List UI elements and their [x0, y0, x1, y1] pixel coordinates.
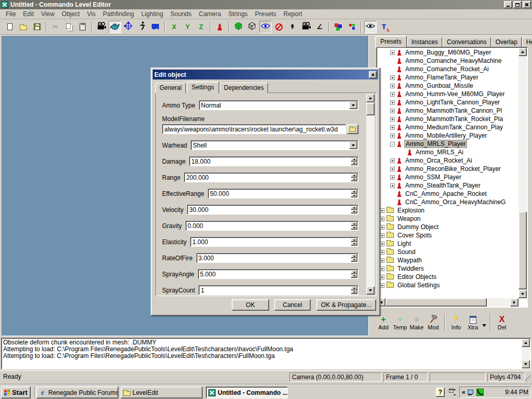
tree-expander[interactable]: +	[380, 208, 384, 213]
tree-item-label[interactable]: Ammo_MammothTank_Rocket_Pla	[404, 115, 504, 123]
gravity-spin-up[interactable]	[351, 222, 357, 226]
rate-of-fire-spin-down[interactable]	[351, 258, 357, 262]
cut-button[interactable]: ✂	[49, 21, 62, 33]
range-spin-up[interactable]	[351, 174, 357, 178]
range-spinner[interactable]	[351, 174, 357, 181]
dialog-tab-general[interactable]: General	[155, 83, 186, 93]
vis-camera-button[interactable]	[259, 21, 272, 33]
log-scrollbar[interactable]	[522, 339, 530, 368]
menu-strings[interactable]: Strings	[224, 9, 251, 19]
tree-row[interactable]: Ammo_Comanche_HeavyMachine	[378, 57, 518, 65]
dialog-scrollbar[interactable]	[366, 94, 375, 295]
tree-expander[interactable]: +	[390, 100, 395, 105]
model-filename-browse-button[interactable]	[347, 124, 358, 134]
info-button[interactable]: ?Info	[448, 312, 464, 334]
menu-presets[interactable]: Presets	[251, 9, 280, 19]
tree-row[interactable]: +Ammo_MobileArtillery_Player	[378, 131, 518, 140]
scroll-right-button[interactable]	[510, 298, 518, 307]
maximize-button[interactable]	[513, 1, 522, 8]
tree-item-label[interactable]: Ammo_LightTank_Cannon_Player	[404, 99, 501, 106]
angle-tool-button[interactable]: ∠	[313, 21, 326, 33]
tree-item-label[interactable]: Ammo_Buggy_M60MG_Player	[404, 49, 492, 56]
network-computer-icon[interactable]	[468, 390, 474, 395]
tree-row[interactable]: -Ammo_MRLS_Player	[378, 140, 518, 148]
tree-row[interactable]: +Ammo_Gunboat_Missile	[378, 82, 518, 90]
tree-row[interactable]: CnC_Ammo_Apache_Rocket	[378, 190, 518, 198]
elasticity-input[interactable]: 1.000	[190, 237, 358, 247]
dialog-title-bar[interactable]: Edit object	[153, 70, 378, 79]
start-button[interactable]: Start	[1, 387, 31, 398]
damage-spinner[interactable]	[351, 157, 357, 165]
tree-item-label[interactable]: Ammo_StealthTank_Player	[404, 182, 482, 189]
elasticity-spin-down[interactable]	[351, 242, 357, 246]
tree-item-label[interactable]: Ammo_Comanche_HeavyMachine	[404, 57, 502, 64]
tree-row[interactable]: +Ammo_MediumTank_Cannon_Play	[378, 123, 518, 131]
close-button[interactable]	[523, 1, 531, 8]
effective-range-spinner[interactable]	[351, 190, 357, 197]
dialog-tab-dependencies[interactable]: Dependencies	[220, 83, 268, 93]
tree-expander[interactable]: +	[380, 250, 384, 255]
tab-conversations[interactable]: Conversations	[443, 37, 491, 47]
render-teapot-button[interactable]	[109, 21, 121, 33]
tree-item-label[interactable]: Ammo_MammothTank_Cannon_Pl	[404, 107, 503, 114]
tree-row[interactable]: +Editor Objects	[378, 273, 518, 281]
spray-angle-spin-down[interactable]	[351, 274, 357, 278]
tree-row[interactable]: +Ammo_FlameTank_Player	[378, 73, 518, 82]
menu-view[interactable]: View	[37, 9, 58, 19]
menu-file[interactable]: File	[2, 9, 19, 19]
effective-range-spin-down[interactable]	[351, 194, 357, 198]
cancel-button[interactable]: Cancel	[274, 299, 311, 311]
tree-expander[interactable]: +	[390, 125, 395, 130]
elasticity-spinner[interactable]	[351, 238, 357, 246]
minimize-button[interactable]	[504, 1, 512, 8]
tree-expander[interactable]: +	[390, 175, 395, 180]
scroll-up-button[interactable]	[366, 94, 375, 102]
ammo-type-input[interactable]: Normal	[199, 100, 358, 110]
spray-angle-spin-up[interactable]	[351, 270, 357, 274]
solid-view-button[interactable]	[232, 21, 245, 33]
tree-expander[interactable]: +	[390, 134, 395, 138]
scroll-down-button[interactable]	[518, 290, 527, 298]
tab-heightfield[interactable]: Heightfield	[522, 37, 532, 47]
spray-count-input[interactable]: 1	[198, 285, 358, 295]
resize-grip[interactable]	[525, 376, 531, 382]
tree-item-label[interactable]: Weapon	[396, 215, 421, 222]
menu-camera[interactable]: Camera	[195, 9, 225, 19]
tree-row[interactable]: +Ammo_Buggy_M60MG_Player	[378, 48, 518, 57]
menu-vis[interactable]: Vis	[84, 9, 99, 19]
tree-row[interactable]: +Ammo_Orca_Rocket_Ai	[378, 156, 518, 165]
tab-presets[interactable]: Presets	[375, 36, 407, 47]
dialog-tab-settings[interactable]: Settings	[187, 82, 219, 93]
scroll-up-button[interactable]	[522, 339, 530, 347]
damage-spin-down[interactable]	[351, 162, 357, 166]
tree-row[interactable]: +Dummy Object	[378, 223, 518, 231]
tree-expander[interactable]: +	[390, 92, 395, 97]
tree-expander[interactable]: +	[380, 275, 384, 280]
tree-expander[interactable]: -	[390, 142, 395, 147]
tree-expander[interactable]: +	[390, 158, 395, 163]
tree-expander[interactable]: +	[380, 242, 384, 246]
tree-item-label[interactable]: Ammo_Humm-Vee_M60MG_Player	[404, 90, 506, 98]
del-button[interactable]: XDel	[494, 312, 510, 334]
tree-row[interactable]: +Ammo_SSM_Player	[378, 173, 518, 181]
rate-of-fire-spin-up[interactable]	[351, 254, 357, 258]
tree-item-label[interactable]: Ammo_MobileArtillery_Player	[404, 132, 488, 139]
tree-row[interactable]: +Global Settings	[378, 281, 518, 289]
scroll-thumb[interactable]	[518, 211, 527, 289]
tab-instances[interactable]: Instances	[407, 37, 442, 47]
scroll-thumb[interactable]	[366, 103, 375, 115]
tree-item-label[interactable]: Waypath	[396, 257, 423, 264]
connection-status-icon[interactable]	[476, 389, 484, 396]
menu-lighting[interactable]: Lighting	[138, 9, 167, 19]
ammo-type-dropdown-button[interactable]	[349, 101, 357, 109]
tree-expander[interactable]: +	[380, 233, 384, 238]
spray-angle-spinner[interactable]	[351, 270, 357, 278]
velocity-spin-down[interactable]	[351, 210, 357, 214]
open-file-button[interactable]	[17, 21, 30, 33]
spray-angle-input[interactable]: 5.000	[198, 269, 358, 279]
tree-item-label[interactable]: Explosion	[396, 207, 425, 214]
tree-row[interactable]: +Cover Spots	[378, 231, 518, 240]
velocity-input[interactable]: 30.000	[187, 205, 358, 215]
tree-expander[interactable]: +	[390, 183, 395, 188]
scroll-down-button[interactable]	[366, 286, 375, 295]
